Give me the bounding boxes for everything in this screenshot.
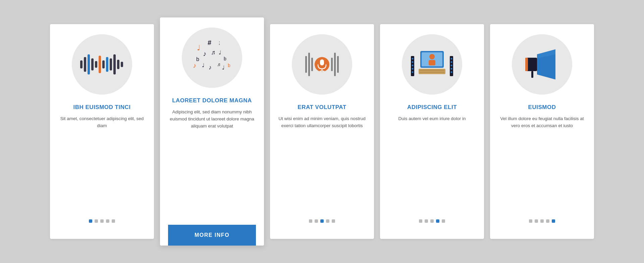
dot-1	[419, 219, 422, 223]
dot-2	[315, 219, 318, 223]
svg-point-40	[412, 68, 414, 70]
svg-rect-30	[320, 59, 324, 65]
card-5-icon-circle	[512, 34, 572, 95]
more-info-button[interactable]: MORE INFO	[168, 225, 256, 246]
card-4-dots	[419, 219, 445, 229]
svg-rect-6	[102, 60, 105, 68]
card-5: EUISMOD Vel illum dolore eu feugiat null…	[490, 24, 594, 239]
card-2: # ; ♩ ♪ ♬ ♩ b ♪ ♩ ♪ ♬ b ♩	[160, 17, 264, 246]
speaker-icon	[522, 48, 562, 81]
svg-rect-8	[110, 58, 112, 70]
dot-5	[442, 219, 445, 223]
dot-4	[326, 219, 329, 223]
card-3-desc: Ut wisi enim ad minim veniam, quis nostr…	[278, 115, 366, 210]
card-3-dots	[309, 219, 335, 229]
svg-text:b: b	[196, 56, 199, 62]
svg-rect-10	[117, 60, 119, 69]
svg-rect-48	[420, 72, 444, 73]
svg-text:♩: ♩	[219, 50, 221, 55]
svg-rect-45	[429, 60, 435, 65]
card-1-title: IBH EUISMOD TINCI	[73, 104, 131, 111]
svg-rect-4	[95, 61, 97, 68]
svg-point-53	[451, 68, 452, 70]
svg-point-41	[412, 71, 414, 73]
dot-5	[552, 219, 555, 223]
svg-rect-33	[331, 58, 333, 71]
svg-rect-0	[80, 60, 83, 68]
dot-3	[320, 219, 324, 223]
svg-rect-47	[420, 70, 444, 71]
svg-text:♬: ♬	[217, 62, 221, 67]
svg-text:b: b	[228, 63, 230, 68]
svg-text:♩: ♩	[202, 62, 205, 68]
svg-point-51	[451, 61, 452, 63]
dot-1	[309, 219, 312, 223]
card-1: IBH EUISMOD TINCI Sit amet, consectetuer…	[50, 24, 154, 239]
svg-rect-34	[334, 53, 336, 76]
card-4-desc: Duis autem vel eum iriure dolor in	[398, 115, 466, 210]
card-4-icon-circle	[402, 34, 462, 95]
cards-container: IBH EUISMOD TINCI Sit amet, consectetuer…	[30, 4, 614, 259]
dot-2	[95, 219, 98, 223]
card-5-title: EUISMOD	[528, 104, 556, 111]
dot-3	[100, 219, 104, 223]
card-4-title: ADIPISCING ELIT	[407, 104, 457, 111]
svg-point-52	[451, 65, 452, 66]
studio-icon	[410, 46, 454, 83]
card-1-desc: Sit amet, consectetuer adipiscing elit, …	[58, 115, 146, 210]
svg-text:♪: ♪	[203, 50, 206, 57]
svg-rect-3	[91, 58, 94, 70]
dot-4	[106, 219, 109, 223]
card-4: ADIPISCING ELIT Duis autem vel eum iriur…	[380, 24, 484, 239]
svg-rect-11	[121, 62, 123, 67]
svg-text:♪: ♪	[209, 64, 212, 71]
svg-rect-27	[308, 53, 310, 76]
card-3-icon-circle	[292, 34, 352, 95]
svg-text:;: ;	[219, 40, 220, 45]
dot-4	[436, 219, 439, 223]
svg-text:#: #	[208, 39, 211, 46]
svg-point-44	[429, 54, 435, 59]
svg-rect-35	[337, 56, 339, 73]
sound-wave-icon	[80, 51, 124, 78]
svg-point-54	[451, 71, 452, 73]
svg-point-50	[451, 58, 452, 60]
card-1-icon-circle	[72, 34, 132, 95]
svg-rect-26	[305, 56, 307, 73]
svg-text:♩: ♩	[222, 65, 225, 70]
card-3: ERAT VOLUTPAT Ut wisi enim ad minim veni…	[270, 24, 374, 239]
dot-1	[89, 219, 92, 223]
dot-2	[425, 219, 428, 223]
svg-rect-2	[88, 54, 90, 74]
dot-3	[540, 219, 544, 223]
svg-point-37	[412, 58, 414, 60]
svg-text:b: b	[224, 56, 226, 61]
svg-text:♩: ♩	[197, 44, 200, 52]
svg-rect-1	[84, 57, 86, 72]
svg-point-39	[412, 65, 414, 66]
svg-rect-7	[106, 57, 108, 72]
dot-5	[112, 219, 115, 223]
microphone-icon	[305, 49, 339, 80]
card-5-dots	[529, 219, 555, 229]
dot-3	[430, 219, 434, 223]
svg-rect-9	[113, 54, 116, 74]
card-2-title: LAOREET DOLORE MAGNA	[172, 97, 252, 104]
dot-1	[529, 219, 532, 223]
svg-rect-28	[311, 58, 313, 71]
card-1-dots	[89, 219, 115, 229]
svg-point-38	[412, 61, 414, 63]
music-notes-icon: # ; ♩ ♪ ♬ ♩ b ♪ ♩ ♪ ♬ b ♩	[190, 38, 234, 78]
svg-rect-5	[99, 56, 101, 73]
svg-rect-46	[419, 69, 445, 74]
card-2-desc: Adipiscing elit, sed diam nonummy nibh e…	[168, 109, 256, 217]
svg-rect-57	[531, 71, 533, 78]
card-5-desc: Vel illum dolore eu feugiat nulla facili…	[498, 115, 586, 210]
svg-rect-56	[525, 58, 528, 71]
svg-text:♬: ♬	[211, 49, 216, 56]
dot-5	[332, 219, 335, 223]
svg-text:♪: ♪	[193, 62, 196, 69]
dot-2	[535, 219, 538, 223]
card-3-title: ERAT VOLUTPAT	[298, 104, 346, 111]
card-2-icon-circle: # ; ♩ ♪ ♬ ♩ b ♪ ♩ ♪ ♬ b ♩	[182, 28, 242, 88]
